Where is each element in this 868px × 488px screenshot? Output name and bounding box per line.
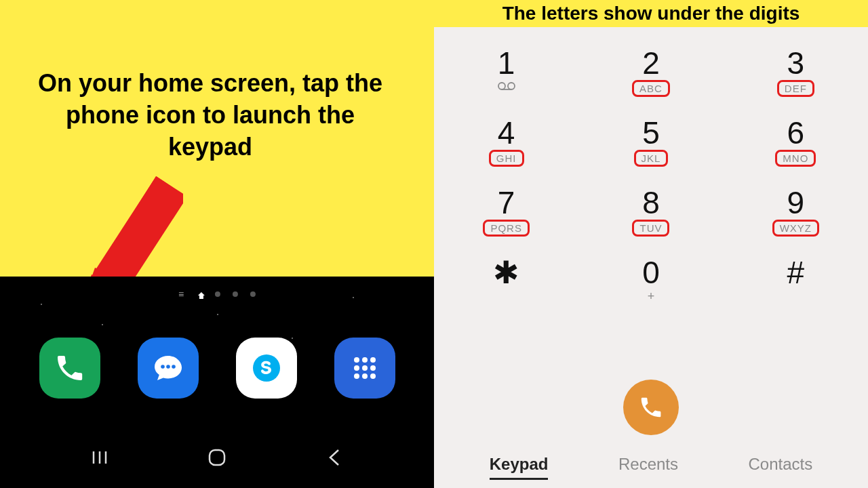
svg-point-21 xyxy=(498,83,505,89)
messages-app-icon[interactable] xyxy=(138,338,199,399)
dialer-tabs: KeypadRecentsContacts xyxy=(434,455,868,480)
key-digit: 7 xyxy=(498,187,515,218)
key-0[interactable]: 0+ xyxy=(578,257,723,304)
svg-point-11 xyxy=(354,365,359,371)
key-1[interactable]: 1 xyxy=(434,47,578,97)
svg-point-6 xyxy=(172,365,176,369)
key-digit: 3 xyxy=(787,47,805,79)
annotation-left: On your home screen, tap the phone icon … xyxy=(27,68,393,163)
svg-point-9 xyxy=(362,357,368,363)
key-letters: ABC xyxy=(632,80,670,97)
key-digit: # xyxy=(787,257,805,288)
page-dot xyxy=(250,291,256,297)
svg-point-14 xyxy=(354,373,359,379)
key-4[interactable]: 4GHI xyxy=(434,117,578,167)
left-panel: On your home screen, tap the phone icon … xyxy=(0,0,434,488)
skype-icon xyxy=(250,352,283,384)
skype-app-icon[interactable] xyxy=(236,338,297,399)
apps-grid-icon xyxy=(349,352,381,384)
home-button[interactable] xyxy=(197,444,237,471)
key-digit: 4 xyxy=(498,117,515,148)
key-letters: JKL xyxy=(634,150,669,167)
recents-button[interactable] xyxy=(79,444,120,471)
tab-recents[interactable]: Recents xyxy=(618,455,678,480)
key-digit: 5 xyxy=(642,117,660,148)
key-5[interactable]: 5JKL xyxy=(578,117,723,167)
svg-point-12 xyxy=(362,365,368,371)
svg-point-22 xyxy=(508,83,515,89)
right-panel: The letters show under the digits 12ABC3… xyxy=(434,0,868,488)
svg-point-13 xyxy=(370,365,376,371)
page-indicator[interactable]: ≡ xyxy=(178,289,256,300)
call-button[interactable] xyxy=(623,380,679,435)
key-digit: 1 xyxy=(498,47,515,79)
key-✱[interactable]: ✱ xyxy=(434,257,578,304)
key-3[interactable]: 3DEF xyxy=(724,47,868,97)
key-9[interactable]: 9WXYZ xyxy=(724,187,868,237)
key-digit: 0 xyxy=(642,257,660,288)
phone-icon xyxy=(54,352,86,384)
key-2[interactable]: 2ABC xyxy=(578,47,723,97)
key-digit: 2 xyxy=(642,47,660,79)
svg-point-4 xyxy=(161,365,165,369)
svg-point-16 xyxy=(370,373,376,379)
key-8[interactable]: 8TUV xyxy=(578,187,723,237)
key-digit: ✱ xyxy=(493,257,519,288)
key-letters: PQRS xyxy=(483,220,530,237)
svg-point-8 xyxy=(354,357,359,363)
key-7[interactable]: 7PQRS xyxy=(434,187,578,237)
page-dot xyxy=(233,291,238,297)
key-digit: 8 xyxy=(642,187,660,218)
system-navbar xyxy=(0,444,434,471)
home-screen: ≡ xyxy=(0,277,434,488)
dock xyxy=(0,338,434,399)
key-letters: DEF xyxy=(777,80,814,97)
messages-icon xyxy=(152,352,184,384)
phone-app-icon[interactable] xyxy=(39,338,100,399)
key-#[interactable]: # xyxy=(724,257,868,304)
back-button[interactable] xyxy=(314,444,355,471)
phone-icon xyxy=(638,394,664,420)
apps-drawer-icon[interactable] xyxy=(334,338,395,399)
key-digit: 6 xyxy=(787,117,805,148)
tab-keypad[interactable]: Keypad xyxy=(490,455,549,480)
dialer-keypad: 12ABC3DEF4GHI5JKL6MNO7PQRS8TUV9WXYZ✱0+# xyxy=(434,47,868,304)
key-letters: TUV xyxy=(632,220,669,237)
home-page-icon xyxy=(197,291,203,297)
annotation-right: The letters show under the digits xyxy=(434,0,868,27)
svg-point-10 xyxy=(370,357,376,363)
key-digit: 9 xyxy=(787,187,805,218)
key-letters: MNO xyxy=(775,150,816,167)
key-plus: + xyxy=(648,289,655,304)
svg-point-15 xyxy=(362,373,368,379)
widgets-page-icon: ≡ xyxy=(178,289,185,300)
svg-rect-20 xyxy=(210,450,224,465)
page-dot xyxy=(215,291,220,297)
tab-contacts[interactable]: Contacts xyxy=(749,455,813,480)
voicemail-icon xyxy=(497,81,516,94)
svg-point-5 xyxy=(166,365,170,369)
svg-rect-2 xyxy=(94,176,183,293)
key-letters: WXYZ xyxy=(772,220,819,237)
key-letters: GHI xyxy=(489,150,524,167)
key-6[interactable]: 6MNO xyxy=(724,117,868,167)
